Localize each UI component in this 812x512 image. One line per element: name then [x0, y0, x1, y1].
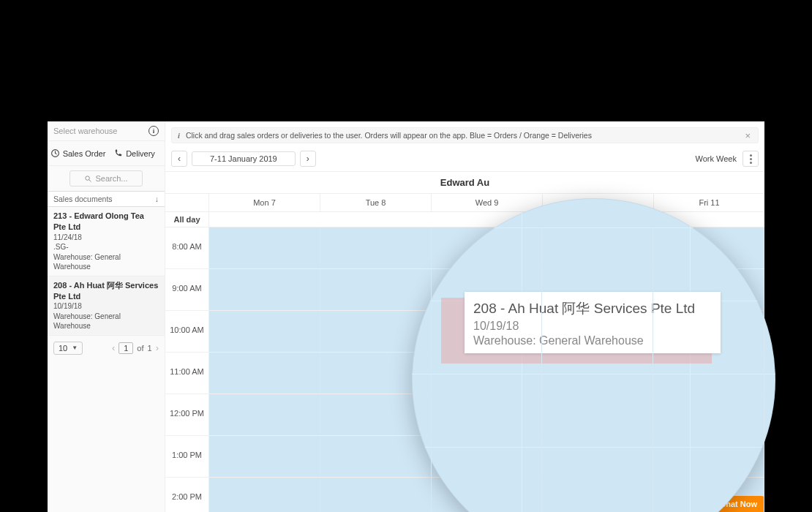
warehouse-dropdown[interactable]: Select warehouse i — [48, 121, 165, 141]
doc-card[interactable]: 208 - Ah Huat 阿华 Services Pte Ltd 10/19/… — [48, 276, 165, 336]
view-mode-label[interactable]: Work Week — [696, 154, 737, 163]
delivery-label: Delivery — [126, 149, 155, 158]
time-label: 12:00 PM — [165, 394, 209, 435]
day-header: Wed 9 — [432, 194, 543, 211]
warehouse-placeholder: Select warehouse — [53, 127, 117, 135]
dots-icon — [750, 158, 752, 160]
app-window: Select warehouse i Sales Order Delivery … — [48, 121, 764, 512]
sort-icon: ↓ — [155, 195, 159, 203]
calendar-user-header: Edward Au — [165, 171, 764, 194]
time-label: 9:00 AM — [165, 269, 209, 310]
time-label: 1:00 PM — [165, 436, 209, 477]
info-icon: i — [178, 132, 180, 140]
page-total: 1 — [148, 344, 152, 353]
time-label: 8:00 AM — [165, 227, 209, 268]
doc-warehouse: Warehouse: General Warehouse — [53, 252, 159, 272]
info-banner: i Click and drag sales orders or deliver… — [171, 127, 759, 143]
docs-header[interactable]: Sales documents ↓ — [48, 191, 165, 207]
clock-icon — [50, 148, 60, 158]
page-size-value: 10 — [59, 344, 67, 353]
prev-week-button[interactable]: ‹ — [171, 151, 187, 167]
doc-title: 213 - Edward Olong Tea Pte Ltd — [53, 211, 159, 233]
day-header: Fri 11 — [654, 194, 764, 211]
svg-point-1 — [86, 176, 90, 180]
doc-date: 10/19/18 — [53, 301, 159, 312]
calendar-day-header: Mon 7 Tue 8 Wed 9 Thu 10 Fri 11 — [165, 194, 764, 212]
info-icon: i — [149, 126, 159, 136]
search-placeholder: Search... — [95, 174, 127, 183]
time-label: 10:00 AM — [165, 311, 209, 352]
sales-order-tab[interactable]: Sales Order — [50, 146, 106, 161]
time-label: 2:00 PM — [165, 478, 209, 512]
doc-card[interactable]: 213 - Edward Olong Tea Pte Ltd 11/24/18 … — [48, 207, 165, 276]
allday-label: All day — [165, 212, 209, 227]
doc-type-tabs: Sales Order Delivery — [48, 141, 165, 166]
page-of-label: of — [137, 344, 143, 353]
next-week-button[interactable]: › — [300, 151, 316, 167]
time-label: 11:00 AM — [165, 353, 209, 394]
search-icon — [84, 175, 92, 183]
doc-date: 11/24/18 — [53, 233, 159, 243]
info-text: Click and drag sales orders or deliverie… — [186, 131, 592, 140]
doc-warehouse: Warehouse: General Warehouse — [53, 312, 159, 331]
page-prev-button[interactable]: ‹ — [112, 342, 115, 353]
pagination: 10 ▼ ‹ 1 of 1 › — [48, 336, 165, 361]
caret-down-icon: ▼ — [72, 345, 78, 351]
delivery-tab[interactable]: Delivery — [106, 146, 162, 161]
more-options-button[interactable] — [743, 151, 759, 167]
calendar-toolbar: ‹ 7-11 January 2019 › Work Week — [171, 146, 759, 171]
page-size-dropdown[interactable]: 10 ▼ — [53, 342, 83, 355]
day-header: Tue 8 — [320, 194, 432, 211]
docs-header-label: Sales documents — [53, 195, 113, 203]
day-header: Mon 7 — [209, 194, 320, 211]
page-next-button[interactable]: › — [156, 342, 159, 353]
doc-region: .SG- — [53, 242, 159, 252]
sales-order-label: Sales Order — [63, 149, 106, 158]
calendar-grid[interactable]: 7:00 AM 8:00 AM 9:00 AM 10:00 AM 11:00 A… — [165, 227, 764, 512]
page-current: 1 — [119, 342, 133, 354]
main-panel: i Click and drag sales orders or deliver… — [165, 121, 764, 512]
date-range-label[interactable]: 7-11 January 2019 — [192, 151, 296, 166]
close-icon[interactable]: × — [745, 130, 751, 141]
phone-icon — [113, 148, 123, 158]
sidebar: Select warehouse i Sales Order Delivery … — [48, 121, 165, 512]
doc-title: 208 - Ah Huat 阿华 Services Pte Ltd — [53, 280, 159, 302]
search-input[interactable]: Search... — [69, 170, 143, 187]
